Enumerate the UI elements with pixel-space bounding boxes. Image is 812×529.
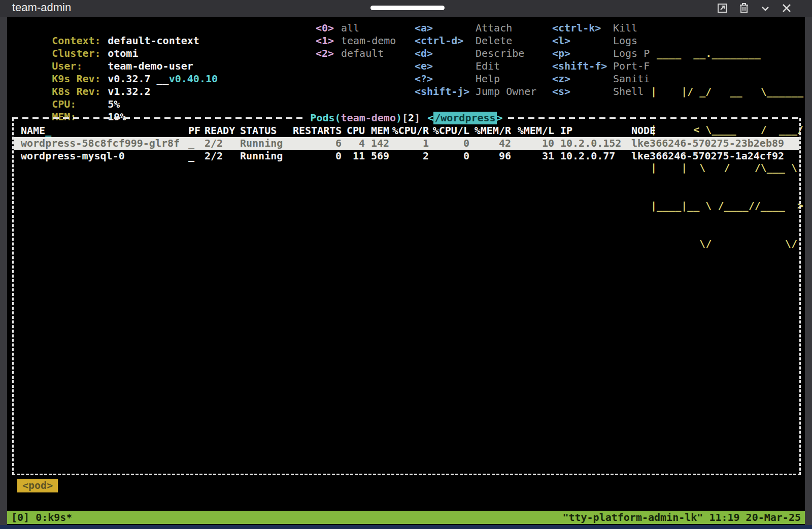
info-value: v1.32.2 (108, 85, 150, 97)
shortcut-jump-owner[interactable]: <shift-j>Jump Owner (415, 85, 536, 98)
shortcut-key: <ctrl-k> (552, 22, 613, 35)
info-row-context: Context:default-context (15, 22, 218, 35)
shortcut-help[interactable]: <?>Help (415, 73, 536, 85)
shortcut-label: team-demo (341, 35, 396, 47)
column-header-cpu-l[interactable]: %CPU/L (429, 124, 469, 137)
shortcut-label: Logs (613, 35, 637, 47)
shortcut-key: <l> (552, 35, 613, 47)
cell-ip: 10.2.0.77 (554, 150, 631, 162)
cell-cpu-r: 1 (389, 137, 429, 150)
shortcut-sanitize[interactable]: <z>Saniti (552, 73, 650, 85)
column-header-restarts[interactable]: RESTARTS (293, 124, 342, 137)
column-header-name[interactable]: NAME_ (21, 124, 188, 137)
shortcut-logs-previous[interactable]: <p>Logs P (552, 47, 650, 60)
shortcut-namespace-all[interactable]: <0>all (316, 22, 396, 35)
close-icon[interactable] (782, 3, 792, 14)
cell-ready: 2/2 (205, 150, 240, 162)
column-header-mem-l[interactable]: %MEM/L (511, 124, 554, 137)
shortcut-edit[interactable]: <e>Edit (415, 60, 536, 73)
shortcut-namespace-default[interactable]: <2>default (316, 47, 396, 60)
open-in-new-icon[interactable] (717, 3, 728, 14)
info-value: v0.32.7 __ (108, 73, 168, 85)
logo-line: | |/ _/ __ \______ (651, 85, 803, 98)
cell-ready: 2/2 (205, 137, 240, 150)
pod-row-selected[interactable]: wordpress-58c8fcf999-glr8f _ 2/2 Running… (14, 137, 799, 150)
tmux-host-datetime: "tty-platform-admin-lk" 11:19 20-Mar-25 (562, 511, 801, 524)
cell-cpu-l: 0 (429, 150, 469, 162)
table-header-row: NAME_ PF READY STATUS RESTARTS CPU MEM %… (14, 124, 799, 137)
cell-cpu-l: 0 (429, 137, 469, 150)
column-header-cpu[interactable]: CPU (342, 124, 365, 137)
chevron-down-icon[interactable] (760, 3, 770, 14)
shortcut-delete[interactable]: <ctrl-d>Delete (415, 35, 536, 47)
info-value: team-demo-user (108, 60, 193, 72)
shortcut-label: Port-F (613, 60, 650, 73)
shortcut-label: Attach (476, 22, 512, 35)
shortcut-label: Shell (613, 85, 644, 98)
column-header-ip[interactable]: IP (554, 124, 631, 137)
shortcut-logs[interactable]: <l>Logs (552, 35, 650, 47)
shortcut-shell[interactable]: <s>Shell (552, 85, 650, 98)
pod-count: 2 (408, 112, 414, 124)
filter-lt: < (427, 112, 433, 124)
window-title-bar: team-admin (0, 0, 812, 17)
cell-mem-l: 31 (511, 150, 554, 162)
column-header-pf[interactable]: PF (188, 124, 205, 137)
cell-cpu: 11 (342, 150, 365, 162)
column-header-status[interactable]: STATUS (240, 124, 293, 137)
info-label: CPU: (52, 98, 108, 111)
cell-mem-r: 42 (469, 137, 511, 150)
info-value: 5% (108, 98, 120, 110)
shortcut-attach[interactable]: <a>Attach (415, 22, 536, 35)
shortcut-label: Describe (476, 47, 524, 60)
info-value: otomi (108, 47, 138, 59)
border-dash (508, 117, 801, 119)
column-header-ready[interactable]: READY (205, 124, 240, 137)
k9s-terminal: Context:default-context Cluster:otomi Us… (7, 17, 805, 525)
shortcut-label: Help (476, 73, 500, 85)
cell-name: wordpress-mysql-0 (21, 150, 188, 162)
breadcrumb-pod[interactable]: <pod> (17, 479, 58, 492)
shortcut-key: <shift-j> (415, 85, 476, 98)
action-shortcuts-a: <a>Attach <ctrl-d>Delete <d>Describe <e>… (415, 22, 536, 98)
column-header-mem-r[interactable]: %MEM/R (469, 124, 511, 137)
tmux-status-bar: [0] 0:k9s* "tty-platform-admin-lk" 11:19… (7, 511, 805, 524)
column-header-node[interactable]: NODE (631, 124, 799, 137)
shortcut-port-forward[interactable]: <shift-f>Port-F (552, 60, 650, 73)
info-label: K9s Rev: (52, 73, 108, 85)
shortcut-key: <ctrl-d> (415, 35, 476, 47)
bracket-open: [ (402, 112, 408, 124)
cell-name: wordpress-58c8fcf999-glr8f (21, 137, 188, 150)
filter-gt: > (497, 112, 503, 124)
tmux-session-window[interactable]: [0] 0:k9s* (11, 511, 72, 524)
shortcut-key: <z> (552, 73, 613, 85)
cell-cpu: 4 (342, 137, 365, 150)
trash-icon[interactable] (739, 3, 749, 14)
cell-mem: 142 (365, 137, 389, 150)
bottom-strip (0, 525, 812, 529)
shortcut-key: <?> (415, 73, 476, 85)
shortcut-kill[interactable]: <ctrl-k>Kill (552, 22, 650, 35)
cell-mem-l: 10 (511, 137, 554, 150)
pods-title-text: Pods(team-demo)[2]</wordpress> (305, 112, 507, 124)
cell-pf: _ (188, 137, 205, 150)
k9s-latest-version: v0.40.10 (169, 73, 218, 85)
cell-status: Running (240, 137, 293, 150)
cell-mem: 569 (365, 150, 389, 162)
shortcut-namespace-team-demo[interactable]: <1>team-demo (316, 35, 396, 47)
window-drag-handle[interactable] (370, 6, 445, 10)
cell-cpu-r: 2 (389, 150, 429, 162)
cluster-info: Context:default-context Cluster:otomi Us… (15, 22, 218, 111)
info-value: default-context (108, 35, 199, 47)
shortcut-describe[interactable]: <d>Describe (415, 47, 536, 60)
logo-line: ____ __.________ (651, 47, 803, 60)
pod-row[interactable]: wordpress-mysql-0 _ 2/2 Running 0 11 569… (14, 150, 799, 162)
shortcut-label: default (341, 47, 384, 60)
paren-close: ) (396, 112, 402, 124)
pods-table: NAME_ PF READY STATUS RESTARTS CPU MEM %… (14, 124, 799, 162)
column-header-cpu-r[interactable]: %CPU/R (389, 124, 429, 137)
resource-namespace: team-demo (341, 112, 396, 124)
column-header-mem[interactable]: MEM (365, 124, 389, 137)
cell-status: Running (240, 150, 293, 162)
cell-restarts: 6 (293, 137, 342, 150)
